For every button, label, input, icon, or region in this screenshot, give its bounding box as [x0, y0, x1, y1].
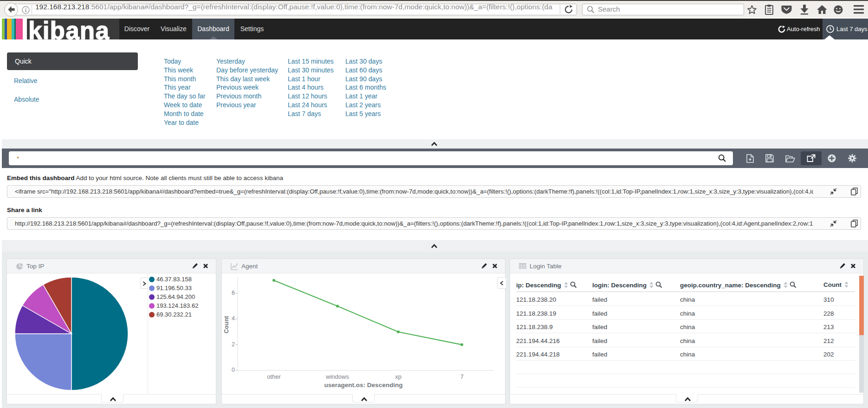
svg-text:kibana: kibana [28, 19, 110, 39]
